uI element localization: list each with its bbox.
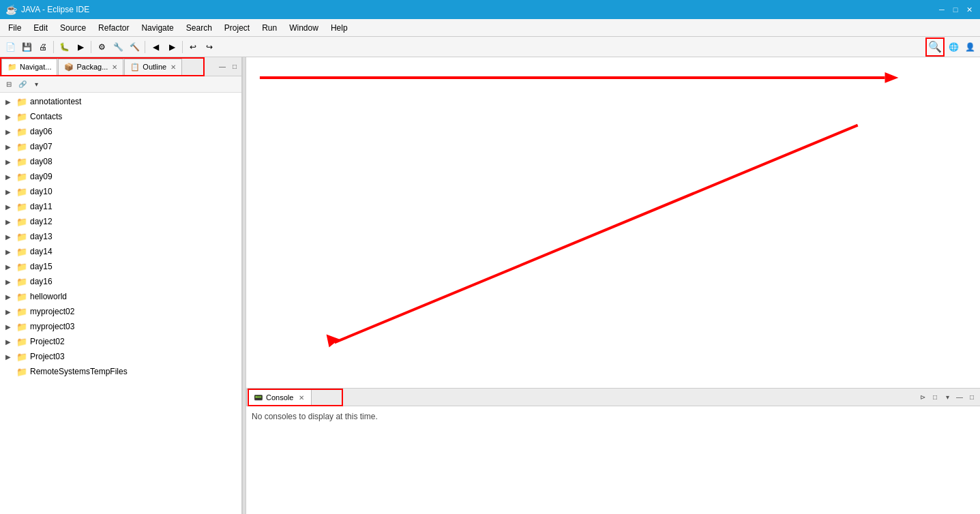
expand-arrow: ▶: [5, 98, 14, 106]
svg-marker-3: [327, 334, 340, 347]
tree-item-day09[interactable]: ▶ 📁 day09: [0, 169, 241, 184]
tab-minimize-button[interactable]: —: [217, 61, 228, 72]
expand-arrow: ▶: [5, 353, 14, 361]
menu-navigate[interactable]: Navigate: [136, 20, 179, 35]
tab-maximize-button[interactable]: □: [229, 61, 240, 72]
expand-arrow: ▶: [5, 233, 14, 241]
tree-item-day15[interactable]: ▶ 📁 day15: [0, 259, 241, 274]
link-with-editor-button[interactable]: 🔗: [16, 78, 29, 91]
project-icon: 📁: [16, 277, 27, 287]
save-button[interactable]: 💾: [19, 40, 34, 55]
toolbar-btn5[interactable]: 🔨: [127, 40, 142, 55]
toolbar-btn7[interactable]: ▶: [164, 40, 179, 55]
tree-item-annotationtest[interactable]: ▶ 📁 annotationtest: [0, 94, 241, 109]
outline-close-icon[interactable]: ✕: [170, 63, 176, 71]
menu-source[interactable]: Source: [55, 20, 91, 35]
svg-marker-1: [885, 72, 899, 83]
expand-arrow: ▶: [5, 323, 14, 331]
menu-project[interactable]: Project: [219, 20, 255, 35]
item-label: annotationtest: [30, 97, 81, 106]
right-panel: 📟 Console ✕ ⊳ □ ▾ — □ No consoles to dis…: [246, 57, 980, 514]
tab-outline[interactable]: 📋 Outline ✕: [124, 59, 182, 75]
toolbar-btn10[interactable]: 🌐: [946, 40, 961, 55]
tree-item-day06[interactable]: ▶ 📁 day06: [0, 124, 241, 139]
project-icon: 📁: [16, 157, 27, 167]
menu-run[interactable]: Run: [256, 20, 282, 35]
debug-button[interactable]: 🐛: [57, 40, 72, 55]
expand-arrow: ▶: [5, 293, 14, 301]
close-button[interactable]: ✕: [964, 4, 975, 15]
console-action1[interactable]: ⊳: [917, 392, 928, 403]
minimize-button[interactable]: ─: [936, 4, 947, 15]
packages-close-icon[interactable]: ✕: [112, 63, 117, 71]
run-button[interactable]: ▶: [73, 40, 88, 55]
tree-item-day16[interactable]: ▶ 📁 day16: [0, 274, 241, 289]
menu-help[interactable]: Help: [325, 20, 353, 35]
toolbar-btn9[interactable]: ↪: [202, 40, 217, 55]
tree-item-day11[interactable]: ▶ 📁 day11: [0, 199, 241, 214]
tree-item-day12[interactable]: ▶ 📁 day12: [0, 214, 241, 229]
packages-icon: 📦: [64, 63, 74, 72]
console-close-icon[interactable]: ✕: [299, 394, 304, 402]
tab-navigator[interactable]: 📁 Navigat...: [1, 59, 57, 75]
project-icon: 📁: [16, 352, 27, 362]
expand-arrow: ▶: [5, 113, 14, 121]
tree-item-day14[interactable]: ▶ 📁 day14: [0, 244, 241, 259]
expand-arrow: ▶: [5, 143, 14, 151]
toolbar-btn4[interactable]: 🔧: [110, 40, 125, 55]
console-minimize-button[interactable]: —: [954, 392, 965, 403]
menu-search[interactable]: Search: [181, 20, 218, 35]
item-label: Project02: [30, 337, 65, 346]
item-label: RemoteSystemsTempFiles: [30, 367, 128, 376]
view-menu-button[interactable]: ▾: [30, 78, 42, 91]
tree-item-day08[interactable]: ▶ 📁 day08: [0, 154, 241, 169]
tree-item-day07[interactable]: ▶ 📁 day07: [0, 139, 241, 154]
item-label: day10: [30, 187, 53, 196]
expand-arrow: ▶: [5, 218, 14, 226]
tab-bar: 📁 Navigat... 📦 Packag... ✕ 📋 Outline ✕ —…: [0, 57, 241, 76]
tree-item-remotesystems[interactable]: 📁 RemoteSystemsTempFiles: [0, 364, 241, 379]
menu-refactor[interactable]: Refactor: [93, 20, 134, 35]
menu-bar: File Edit Source Refactor Navigate Searc…: [0, 19, 980, 37]
search-toolbar-button[interactable]: 🔍: [925, 37, 945, 57]
expand-arrow: ▶: [5, 173, 14, 181]
expand-arrow: ▶: [5, 158, 14, 166]
annotation-arrows: [246, 57, 980, 388]
toolbar-btn3[interactable]: ⚙: [94, 40, 109, 55]
expand-arrow: ▶: [5, 248, 14, 256]
title-bar-controls[interactable]: ─ □ ✕: [936, 4, 975, 15]
console-action2[interactable]: □: [930, 392, 940, 403]
toolbar-btn6[interactable]: ◀: [148, 40, 163, 55]
console-tab[interactable]: 📟 Console ✕: [246, 389, 312, 406]
console-maximize-button[interactable]: □: [966, 392, 977, 403]
item-label: day16: [30, 277, 53, 286]
tree-item-project02[interactable]: ▶ 📁 Project02: [0, 334, 241, 349]
print-button[interactable]: 🖨: [35, 40, 50, 55]
toolbar-btn11[interactable]: 👤: [962, 40, 977, 55]
tab-actions: — □: [217, 61, 240, 72]
item-label: day08: [30, 157, 53, 166]
tree-item-contacts[interactable]: ▶ 📁 Contacts: [0, 109, 241, 124]
tree-item-day13[interactable]: ▶ 📁 day13: [0, 229, 241, 244]
main-layout: 📁 Navigat... 📦 Packag... ✕ 📋 Outline ✕ —…: [0, 57, 980, 514]
project-icon: 📁: [16, 322, 27, 332]
tree-item-helloworld[interactable]: ▶ 📁 helloworld: [0, 289, 241, 304]
tree-item-myproject03[interactable]: ▶ 📁 myproject03: [0, 319, 241, 334]
outline-label: Outline: [143, 63, 166, 71]
collapse-all-button[interactable]: ⊟: [3, 78, 15, 91]
new-button[interactable]: 📄: [3, 40, 18, 55]
project-icon: 📁: [16, 247, 27, 257]
tree-item-project03[interactable]: ▶ 📁 Project03: [0, 349, 241, 364]
menu-window[interactable]: Window: [284, 20, 324, 35]
menu-file[interactable]: File: [3, 20, 27, 35]
toolbar-btn8[interactable]: ↩: [185, 40, 201, 55]
maximize-button[interactable]: □: [950, 4, 961, 15]
tab-packages[interactable]: 📦 Packag... ✕: [58, 59, 123, 75]
menu-edit[interactable]: Edit: [28, 20, 53, 35]
item-label: day11: [30, 202, 53, 211]
tree-item-myproject02[interactable]: ▶ 📁 myproject02: [0, 304, 241, 319]
navigator-label: Navigat...: [20, 63, 51, 71]
tree-item-day10[interactable]: ▶ 📁 day10: [0, 184, 241, 199]
item-label: Project03: [30, 352, 65, 361]
console-action3[interactable]: ▾: [942, 392, 953, 403]
